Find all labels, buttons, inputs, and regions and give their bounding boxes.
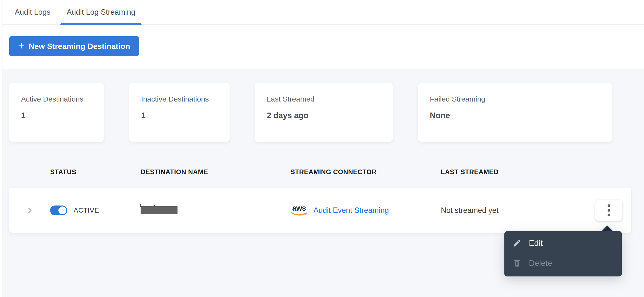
stat-card-last-streamed: Last Streamed 2 days ago: [255, 83, 393, 142]
table-row: ACTIVE aws Audit Event: [9, 188, 631, 233]
new-streaming-destination-button[interactable]: + New Streaming Destination: [9, 36, 139, 56]
stat-value: 1: [21, 111, 92, 120]
menu-item-label: Edit: [529, 238, 543, 248]
streaming-connector-cell: aws Audit Event Streaming: [290, 188, 441, 233]
stat-card-inactive-destinations: Inactive Destinations 1: [129, 83, 230, 142]
menu-item-label: Delete: [529, 258, 552, 268]
kebab-icon: [608, 204, 610, 207]
stat-cards: Active Destinations 1 Inactive Destinati…: [9, 83, 612, 142]
stat-value: 1: [141, 111, 218, 120]
stat-label: Last Streamed: [267, 95, 381, 104]
column-header-destination-name: DESTINATION NAME: [140, 168, 290, 176]
stat-value: 2 days ago: [267, 111, 381, 120]
status-cell: ACTIVE: [50, 188, 140, 233]
status-badge: ACTIVE: [74, 206, 99, 214]
tab-bar: Audit Logs Audit Log Streaming: [2, 0, 644, 25]
new-streaming-destination-label: New Streaming Destination: [29, 42, 130, 51]
tab-audit-log-streaming[interactable]: Audit Log Streaming: [60, 0, 142, 25]
trash-icon: [513, 259, 522, 268]
status-toggle[interactable]: [50, 205, 67, 215]
toggle-knob: [58, 206, 66, 214]
column-header-status: STATUS: [50, 168, 140, 176]
row-actions-menu: Edit Delete: [504, 231, 622, 276]
stat-card-active-destinations: Active Destinations 1: [9, 83, 104, 142]
menu-item-delete[interactable]: Delete: [504, 253, 622, 273]
row-actions-cell: [595, 188, 633, 233]
tab-audit-logs[interactable]: Audit Logs: [10, 0, 56, 25]
panel-left-border: [2, 0, 2, 297]
redacted-destination-name: [140, 206, 178, 214]
plus-icon: +: [18, 40, 24, 51]
column-header-last-streamed: LAST STREAMED: [441, 168, 595, 176]
menu-item-edit[interactable]: Edit: [504, 233, 622, 253]
row-expand-button[interactable]: [9, 188, 50, 233]
aws-smile-arrow: [291, 212, 307, 216]
menu-body: Edit Delete: [504, 231, 622, 276]
pencil-icon: [513, 239, 522, 247]
stat-label: Active Destinations: [21, 95, 92, 104]
audit-log-streaming-page: Audit Logs Audit Log Streaming + New Str…: [0, 0, 644, 297]
connector-link[interactable]: Audit Event Streaming: [314, 206, 389, 215]
last-streamed-value: Not streamed yet: [441, 206, 498, 215]
aws-logo-icon: aws: [290, 204, 308, 216]
action-bar: + New Streaming Destination: [2, 25, 644, 68]
stat-value: None: [430, 111, 600, 120]
connector: aws Audit Event Streaming: [290, 204, 389, 216]
row-actions-kebab-button[interactable]: [595, 200, 622, 221]
last-streamed-cell: Not streamed yet: [441, 188, 595, 233]
table-header: STATUS DESTINATION NAME STREAMING CONNEC…: [9, 166, 631, 178]
content-area: Active Destinations 1 Inactive Destinati…: [2, 69, 644, 297]
column-header-streaming-connector: STREAMING CONNECTOR: [290, 168, 441, 176]
stat-label: Inactive Destinations: [141, 95, 218, 104]
destination-name-cell: [140, 188, 290, 233]
stat-card-failed-streaming: Failed Streaming None: [418, 83, 612, 142]
chevron-right-icon: [26, 206, 34, 214]
stat-label: Failed Streaming: [430, 95, 600, 104]
